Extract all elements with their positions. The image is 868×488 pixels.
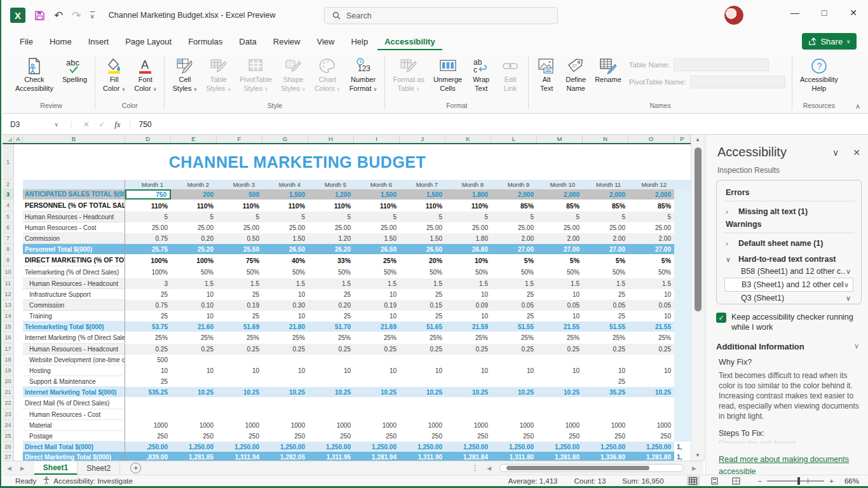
- inspection-cell-item[interactable]: B3 (Sheet1) and 12 other cells∨: [724, 278, 853, 292]
- cell-r20-m10[interactable]: [537, 376, 583, 387]
- cell-r6-m4[interactable]: 25.00: [262, 222, 308, 233]
- cell-r21-m9[interactable]: 10.25: [491, 387, 537, 397]
- status-average[interactable]: Average: 1,413: [508, 477, 558, 485]
- active-cell-D3[interactable]: 750: [125, 189, 171, 200]
- cell-r5-m1[interactable]: 5: [125, 212, 171, 222]
- cell-r12-m9[interactable]: 25: [491, 289, 537, 300]
- zoom-out-icon[interactable]: −: [758, 477, 763, 485]
- page-layout-view-button[interactable]: [709, 476, 721, 486]
- normal-view-button[interactable]: [687, 476, 700, 486]
- row-header-6[interactable]: 6: [3, 222, 14, 233]
- status-count[interactable]: Count: 13: [574, 477, 606, 485]
- cell-r10-m12[interactable]: 50%: [628, 266, 674, 278]
- cell-r27-m4[interactable]: 1,282.05: [262, 452, 308, 461]
- cell-r18-m7[interactable]: [400, 355, 445, 365]
- cell-r16-m5[interactable]: 25%: [308, 332, 354, 344]
- cell-r23-m8[interactable]: [445, 409, 491, 420]
- row-header-21[interactable]: 21: [3, 387, 14, 397]
- cell-r13-m9[interactable]: 0.05: [491, 300, 537, 311]
- accessibility-status-icon[interactable]: Accessibility: Investigate: [43, 477, 133, 485]
- cell-r11-m1[interactable]: 3: [125, 278, 171, 289]
- cell-r10-m1[interactable]: 100%: [125, 266, 171, 278]
- cell-r18-m9[interactable]: [491, 355, 537, 365]
- cell-r24-m10[interactable]: 1000: [537, 420, 583, 431]
- row-header-2[interactable]: 2: [3, 180, 14, 189]
- cell-r25-m10[interactable]: 250: [537, 431, 583, 442]
- row-header-8[interactable]: 8: [3, 244, 14, 254]
- row-label-12[interactable]: Infrastructure Support: [23, 289, 125, 300]
- cell-r12-m12[interactable]: 10: [628, 289, 674, 300]
- cell-r17-m7[interactable]: 0.25: [400, 344, 445, 355]
- cell-r12-m6[interactable]: 10: [354, 289, 400, 300]
- cell-r9-m5[interactable]: 33%: [308, 254, 354, 266]
- cell-r13-m8[interactable]: 0.09: [445, 300, 491, 311]
- row-header-11[interactable]: 11: [3, 278, 14, 289]
- cell-r5-m3[interactable]: 5: [217, 212, 262, 222]
- cell-r10-m4[interactable]: 50%: [262, 266, 308, 278]
- cell-r6-m11[interactable]: 25.00: [583, 222, 628, 233]
- cell-r24-m12[interactable]: 1000: [628, 420, 674, 431]
- cell-r3-m11[interactable]: 2,000: [583, 189, 628, 200]
- column-header-G[interactable]: G: [262, 135, 308, 143]
- row-header-17[interactable]: 17: [3, 344, 14, 355]
- cell-r12-m2[interactable]: 10: [171, 289, 217, 300]
- cell-r23-m5[interactable]: [308, 409, 354, 420]
- menu-tab-page-layout[interactable]: Page Layout: [118, 32, 179, 51]
- cell-r5-m7[interactable]: 5: [400, 212, 445, 222]
- cell-r19-m10[interactable]: 10: [537, 365, 583, 376]
- column-header-H[interactable]: H: [308, 135, 354, 143]
- cell-r7-m4[interactable]: 1.50: [262, 233, 308, 244]
- row-label-18[interactable]: Website Development (one-time cost): [23, 355, 125, 365]
- sheet-nav-left-icon[interactable]: ◀: [3, 465, 16, 471]
- cell-r17-m3[interactable]: 0.25: [217, 344, 262, 355]
- row-header-9[interactable]: 9: [3, 254, 14, 266]
- cell-r14-m11[interactable]: 25: [583, 311, 628, 322]
- sheet-nav-right-icon[interactable]: ▶: [16, 465, 29, 471]
- cell-r27-m2[interactable]: 1,281.85: [171, 452, 217, 461]
- cell-r17-m5[interactable]: 0.25: [308, 344, 354, 355]
- cell-r5-m4[interactable]: 5: [262, 212, 308, 222]
- cell-r6-m8[interactable]: 25.00: [445, 222, 491, 233]
- menu-tab-home[interactable]: Home: [43, 32, 79, 51]
- row-header-20[interactable]: 20: [3, 376, 14, 387]
- cell-r26-m2[interactable]: 1,250.00: [171, 442, 217, 452]
- spelling-button[interactable]: abcSpelling: [58, 55, 91, 86]
- cell-r26-m10[interactable]: 1,250.00: [537, 442, 583, 452]
- cell-r8-m2[interactable]: 25.20: [171, 244, 217, 254]
- month-header-4[interactable]: Month 4: [262, 180, 308, 189]
- cell-r23-m4[interactable]: [262, 409, 308, 420]
- row-label-21[interactable]: Internet Marketing Total $(000): [23, 387, 125, 397]
- cell-r14-m4[interactable]: 10: [262, 311, 308, 322]
- cell-r16-m12[interactable]: 25%: [628, 332, 674, 344]
- month-header-6[interactable]: Month 6: [354, 180, 400, 189]
- row-label-17[interactable]: Human Resources - Headcount: [23, 344, 125, 355]
- cell-r26-m4[interactable]: 1,250.00: [262, 442, 308, 452]
- cell-r12-m1[interactable]: 25: [125, 289, 171, 300]
- vertical-scrollbar[interactable]: ▲ ▼: [691, 135, 705, 461]
- row-label-24[interactable]: Material: [23, 420, 125, 431]
- sheet-tab-sheet2[interactable]: Sheet2: [78, 461, 120, 475]
- scroll-up-icon[interactable]: ▲: [691, 137, 704, 142]
- cell-r26-m6[interactable]: 1,250.00: [354, 442, 400, 452]
- cell-r4-m10[interactable]: 85%: [537, 200, 583, 212]
- maximize-button[interactable]: □: [810, 0, 839, 25]
- month-header-1[interactable]: Month 1: [125, 180, 171, 189]
- cell-r26-m5[interactable]: 1,250.00: [308, 442, 354, 452]
- cell-r15-m1[interactable]: 53.75: [125, 322, 171, 332]
- month-header-10[interactable]: Month 10: [537, 180, 583, 189]
- column-header-P[interactable]: P: [674, 135, 691, 143]
- column-header-M[interactable]: M: [537, 135, 583, 143]
- cell-r7-m12[interactable]: 2.00: [628, 233, 674, 244]
- check-accessibility-button[interactable]: CheckAccessibility: [11, 55, 57, 95]
- keep-checker-checkbox[interactable]: ✓: [716, 313, 726, 323]
- cell-r10-m11[interactable]: 50%: [583, 266, 628, 278]
- cell-r4-m3[interactable]: 110%: [217, 200, 262, 212]
- cell-r13-m4[interactable]: 0.30: [262, 300, 308, 311]
- cell-r25-m1[interactable]: 250: [125, 431, 171, 442]
- cell-r22-m5[interactable]: [308, 397, 354, 409]
- cell-r23-m12[interactable]: [628, 409, 674, 420]
- cell-r27-m1[interactable]: ,839.00: [125, 452, 171, 461]
- cell-r20-m4[interactable]: [262, 376, 308, 387]
- cell-r8-m1[interactable]: 25.75: [125, 244, 171, 254]
- cell-r11-m9[interactable]: 1.5: [491, 278, 537, 289]
